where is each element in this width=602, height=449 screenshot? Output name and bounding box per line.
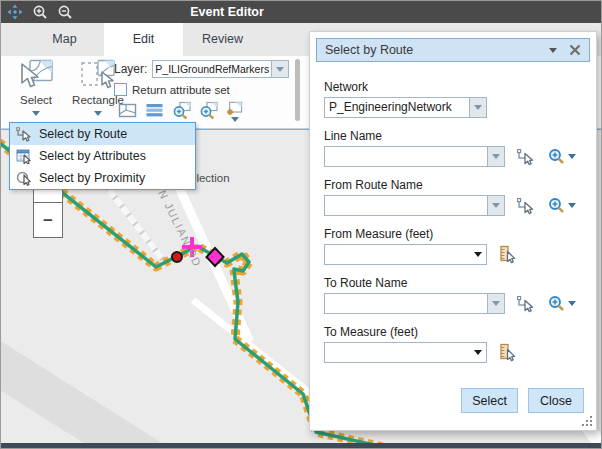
menu-item-select-by-proximity[interactable]: Select by Proximity — [10, 167, 195, 189]
panel-collapse-caret[interactable] — [549, 48, 557, 53]
return-attribute-set-checkbox[interactable] — [114, 83, 127, 96]
zoom-magnifier-icon — [548, 197, 565, 214]
point-event-marker-red — [172, 252, 182, 262]
from-route-pick-on-map-icon[interactable] — [516, 196, 535, 215]
select-tool-dropdown-caret[interactable] — [32, 111, 40, 116]
panel-title: Select by Route — [325, 43, 413, 57]
from-route-combobox[interactable] — [324, 195, 505, 216]
to-route-value — [324, 293, 488, 314]
to-route-zoom-button[interactable] — [548, 295, 576, 312]
chevron-down-icon — [231, 117, 239, 122]
line-name-label: Line Name — [324, 129, 582, 143]
route-select-icon — [16, 126, 32, 142]
to-route-pick-on-map-icon[interactable] — [516, 294, 535, 313]
network-dropdown-button[interactable] — [470, 97, 487, 118]
select-tool-icon — [18, 59, 54, 93]
select-button[interactable]: Select — [461, 388, 518, 413]
zoom-to-selection-icon[interactable] — [172, 101, 191, 120]
app-title-bar: Event Editor — [1, 1, 602, 23]
to-measure-label: To Measure (feet) — [324, 325, 582, 339]
menu-item-select-by-route[interactable]: Select by Route — [10, 123, 195, 145]
to-route-dropdown-button[interactable] — [488, 293, 505, 314]
layer-label: Layer: — [114, 62, 147, 76]
chevron-down-icon — [568, 203, 576, 208]
rectangle-tool-icon — [80, 59, 116, 93]
panel-title-bar: Select by Route — [316, 38, 590, 62]
to-route-name-label: To Route Name — [324, 276, 582, 290]
layer-combobox[interactable]: P_ILIGroundRefMarkers — [152, 60, 289, 78]
map-zoom-out-button[interactable]: − — [34, 203, 62, 238]
to-measure-value — [324, 342, 487, 363]
layer-combobox-value: P_ILIGroundRefMarkers — [152, 60, 272, 78]
zoom-to-route-selection-icon[interactable] — [199, 101, 218, 120]
zoom-magnifier-icon — [548, 148, 565, 165]
selection-options-icon — [226, 101, 243, 116]
tab-review[interactable]: Review — [183, 23, 262, 56]
line-pick-on-map-icon[interactable] — [516, 147, 535, 166]
menu-item-label: Select by Route — [39, 127, 127, 141]
from-measure-value — [324, 244, 487, 265]
select-by-route-panel: Select by Route Network P_EngineeringNet… — [309, 31, 597, 431]
line-name-combobox[interactable] — [324, 146, 505, 167]
select-tool-button[interactable]: Select — [9, 59, 63, 118]
chevron-down-icon[interactable] — [474, 252, 482, 257]
from-route-dropdown-button[interactable] — [488, 195, 505, 216]
network-value: P_EngineeringNetwork — [324, 97, 470, 118]
line-zoom-button[interactable] — [548, 148, 576, 165]
line-name-dropdown-button[interactable] — [488, 146, 505, 167]
proximity-select-icon — [16, 170, 32, 186]
from-measure-label: From Measure (feet) — [324, 227, 582, 241]
from-route-zoom-button[interactable] — [548, 197, 576, 214]
rectangle-tool-dropdown-caret[interactable] — [94, 111, 102, 116]
chevron-down-icon — [276, 67, 284, 72]
from-measure-pick-icon[interactable] — [498, 245, 517, 264]
from-route-value — [324, 195, 488, 216]
app-title: Event Editor — [1, 1, 453, 23]
panel-close-icon[interactable] — [569, 44, 581, 56]
tab-map[interactable]: Map — [25, 23, 104, 56]
from-route-name-label: From Route Name — [324, 178, 582, 192]
network-label: Network — [324, 80, 582, 94]
attribute-list-icon[interactable] — [145, 101, 164, 120]
menu-item-label: Select by Proximity — [39, 171, 145, 185]
chevron-down-icon — [568, 301, 576, 306]
close-button[interactable]: Close — [528, 388, 584, 413]
to-measure-combobox[interactable] — [324, 342, 487, 363]
ribbon-group-divider — [295, 59, 300, 121]
layer-combobox-dropdown-button[interactable] — [272, 60, 289, 78]
network-combobox[interactable]: P_EngineeringNetwork — [324, 97, 487, 118]
chevron-down-icon — [474, 105, 482, 110]
tab-edit[interactable]: Edit — [104, 23, 183, 56]
to-measure-pick-icon[interactable] — [498, 343, 517, 362]
select-features-icon[interactable] — [118, 101, 137, 120]
menu-item-select-by-attributes[interactable]: Select by Attributes — [10, 145, 195, 167]
chevron-down-icon — [492, 203, 500, 208]
chevron-down-icon — [492, 301, 500, 306]
return-attribute-set-label: Return attribute set — [132, 84, 230, 96]
event-editor-window: N JULIAN RD + − — [0, 0, 602, 449]
selection-options-button[interactable] — [226, 101, 243, 122]
chevron-down-icon — [492, 154, 500, 159]
menu-item-label: Select by Attributes — [39, 149, 146, 163]
chevron-down-icon — [568, 154, 576, 159]
panel-resize-grip[interactable] — [583, 417, 592, 426]
zoom-magnifier-icon — [548, 295, 565, 312]
chevron-down-icon[interactable] — [474, 350, 482, 355]
bottom-edge-bar — [1, 443, 602, 448]
line-name-value — [324, 146, 488, 167]
to-route-combobox[interactable] — [324, 293, 505, 314]
select-tool-dropdown-menu: Select by Route Select by Attributes Sel… — [9, 122, 196, 190]
attributes-select-icon — [16, 148, 32, 164]
select-tool-label: Select — [9, 94, 63, 106]
from-measure-combobox[interactable] — [324, 244, 487, 265]
